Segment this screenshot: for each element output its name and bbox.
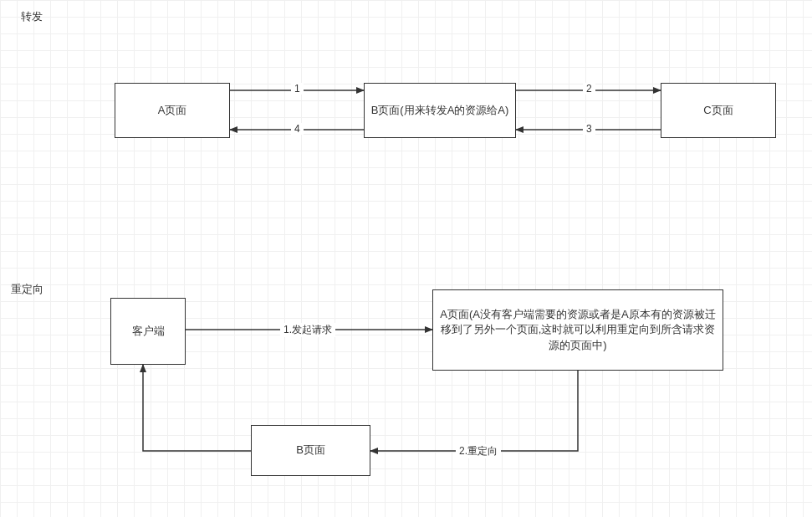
node-b-label: B页面(用来转发A的资源给A) [371,103,509,118]
edge-label-redirect: 2.重定向 [456,444,501,458]
node-a-redirect-label: A页面(A没有客户端需要的资源或者是A原本有的资源被迁移到了另外一个页面,这时就… [438,307,718,353]
node-b-redirect: B页面 [251,425,370,476]
node-c-label: C页面 [703,103,733,118]
node-a-redirect: A页面(A没有客户端需要的资源或者是A原本有的资源被迁移到了另外一个页面,这时就… [432,289,723,371]
edge-label-1: 1 [291,83,304,95]
edge-label-request: 1.发起请求 [280,323,335,337]
section-redirect-title: 重定向 [11,282,43,297]
node-client: 客户端 [110,298,186,365]
section-forward-title: 转发 [21,9,43,24]
node-c-page: C页面 [661,83,776,138]
node-a-label: A页面 [158,103,187,118]
edge-label-2: 2 [583,83,595,95]
node-client-label: 客户端 [132,324,165,339]
node-b-redirect-label: B页面 [296,443,325,458]
edge-label-3: 3 [583,123,595,135]
node-b-page: B页面(用来转发A的资源给A) [364,83,516,138]
node-a-page: A页面 [115,83,230,138]
edge-label-4: 4 [291,123,304,135]
